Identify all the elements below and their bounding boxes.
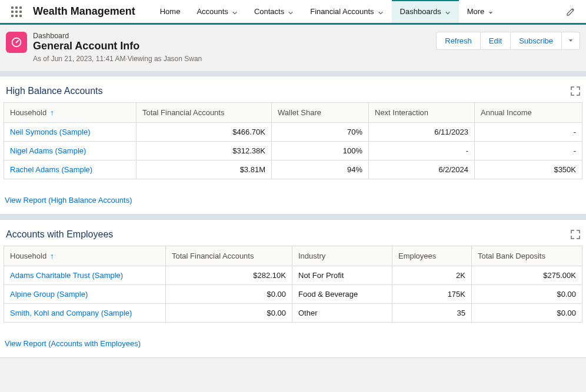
cell-next: -: [369, 141, 475, 160]
nav-accounts-label: Accounts: [197, 7, 228, 16]
refresh-button[interactable]: Refresh: [436, 32, 481, 50]
cell-employees: 35: [392, 303, 472, 322]
expand-icon[interactable]: [571, 86, 580, 96]
high-balance-table: Household↑ Total Financial Accounts Wall…: [4, 102, 582, 179]
sort-up-icon: ↑: [50, 252, 54, 260]
chevron-down-icon: [288, 9, 294, 15]
chevron-down-icon: [232, 9, 238, 15]
app-name: Wealth Management: [33, 5, 135, 18]
expand-icon[interactable]: [571, 230, 580, 239]
cell-deposits: $0.00: [472, 303, 582, 322]
nav-accounts[interactable]: Accounts: [188, 0, 245, 23]
col-total-fa[interactable]: Total Financial Accounts: [166, 246, 292, 266]
nav-items: Home Accounts Contacts Financial Account…: [152, 0, 502, 23]
col-total-fa[interactable]: Total Financial Accounts: [136, 102, 272, 122]
cell-income: -: [475, 122, 582, 141]
header-actions: Refresh Edit Subscribe: [436, 32, 580, 50]
household-link[interactable]: Smith, Kohl and Company (Sample): [4, 303, 166, 322]
edit-button[interactable]: Edit: [481, 32, 511, 50]
col-deposits[interactable]: Total Bank Deposits: [472, 246, 582, 266]
component-title: Accounts with Employees: [6, 229, 113, 240]
cell-wallet: 70%: [272, 122, 369, 141]
cell-total-fa: $466.70K: [136, 122, 272, 141]
col-household-label: Household: [10, 252, 46, 260]
table-row: Smith, Kohl and Company (Sample) $0.00 O…: [4, 303, 582, 322]
cell-income: $350K: [475, 160, 582, 179]
divider-strip: [0, 215, 586, 219]
cell-total-fa: $0.00: [166, 303, 292, 322]
table-row: Nigel Adams (Sample) $312.38K 100% - -: [4, 141, 582, 160]
nav-home[interactable]: Home: [152, 0, 189, 23]
cell-industry: Other: [292, 303, 392, 322]
cell-next: 6/2/2024: [369, 160, 475, 179]
nav-dashboards[interactable]: Dashboards: [392, 0, 459, 23]
app-launcher-icon[interactable]: [8, 4, 25, 20]
cell-employees: 175K: [392, 284, 472, 303]
nav-financial-accounts[interactable]: Financial Accounts: [302, 0, 391, 23]
table-row: Rachel Adams (Sample) $3.81M 94% 6/2/202…: [4, 160, 582, 179]
cell-total-fa: $312.38K: [136, 141, 272, 160]
cell-wallet: 94%: [272, 160, 369, 179]
household-link[interactable]: Alpine Group (Sample): [4, 284, 166, 303]
component-accounts-employees: Accounts with Employees Household↑ Total…: [0, 219, 586, 358]
dashboard-gauge-icon: [6, 32, 27, 53]
col-household-label: Household: [10, 108, 46, 117]
breadcrumb: Dashboard: [33, 32, 202, 40]
cell-total-fa: $0.00: [166, 284, 292, 303]
table-row: Neil Symonds (Sample) $466.70K 70% 6/11/…: [4, 122, 582, 141]
view-report-link[interactable]: View Report (High Balance Accounts): [5, 196, 132, 205]
component-title: High Balance Accounts: [6, 86, 103, 96]
nav-more[interactable]: More: [459, 0, 502, 23]
cell-next: 6/11/2023: [369, 122, 475, 141]
col-household[interactable]: Household↑: [4, 102, 136, 122]
sort-up-icon: ↑: [50, 108, 54, 117]
cell-deposits: $0.00: [472, 284, 582, 303]
svg-point-1: [16, 42, 18, 43]
accounts-employees-table: Household↑ Total Financial Accounts Indu…: [4, 246, 582, 323]
household-link[interactable]: Neil Symonds (Sample): [4, 122, 136, 141]
nav-contacts-label: Contacts: [254, 7, 284, 16]
col-household[interactable]: Household↑: [4, 246, 166, 266]
divider-strip: [0, 71, 586, 76]
col-employees[interactable]: Employees: [392, 246, 472, 266]
page-meta: As of Jun 21, 2023, 11:41 AM·Viewing as …: [33, 55, 202, 63]
page-header: Dashboard General Account Info As of Jun…: [0, 25, 586, 71]
col-industry[interactable]: Industry: [292, 246, 392, 266]
caret-down-icon: [488, 9, 494, 15]
view-report-link[interactable]: View Report (Accounts with Employees): [5, 339, 141, 348]
cell-deposits: $275.00K: [472, 266, 582, 284]
cell-industry: Not For Profit: [292, 266, 392, 284]
more-actions-button[interactable]: [562, 32, 580, 50]
nav-contacts[interactable]: Contacts: [246, 0, 302, 23]
cell-total-fa: $3.81M: [136, 160, 272, 179]
cell-employees: 2K: [392, 266, 472, 284]
col-wallet[interactable]: Wallet Share: [272, 102, 369, 122]
chevron-down-icon: [445, 9, 451, 15]
nav-home-label: Home: [160, 7, 181, 16]
col-income[interactable]: Annual Income: [475, 102, 582, 122]
table-row: Alpine Group (Sample) $0.00 Food & Bever…: [4, 284, 582, 303]
household-link[interactable]: Nigel Adams (Sample): [4, 141, 136, 160]
nav-more-label: More: [467, 7, 485, 16]
cell-income: -: [475, 141, 582, 160]
col-next[interactable]: Next Interaction: [369, 102, 475, 122]
global-nav: Wealth Management Home Accounts Contacts…: [0, 0, 586, 25]
nav-financial-accounts-label: Financial Accounts: [310, 7, 374, 16]
page-title: General Account Info: [33, 40, 202, 53]
cell-total-fa: $282.10K: [166, 266, 292, 284]
household-link[interactable]: Adams Charitable Trust (Sample): [4, 266, 166, 284]
header-text: Dashboard General Account Info As of Jun…: [33, 32, 202, 63]
pencil-icon[interactable]: [562, 4, 579, 20]
subscribe-button[interactable]: Subscribe: [511, 32, 562, 50]
household-link[interactable]: Rachel Adams (Sample): [4, 160, 136, 179]
chevron-down-icon: [378, 9, 384, 15]
cell-industry: Food & Beverage: [292, 284, 392, 303]
nav-dashboards-label: Dashboards: [400, 7, 441, 16]
component-high-balance: High Balance Accounts Household↑ Total F…: [0, 76, 586, 215]
cell-wallet: 100%: [272, 141, 369, 160]
table-row: Adams Charitable Trust (Sample) $282.10K…: [4, 266, 582, 284]
